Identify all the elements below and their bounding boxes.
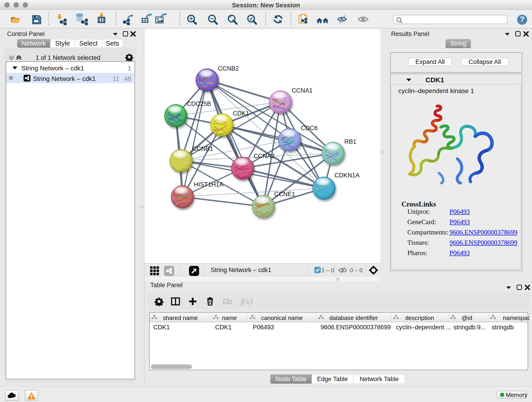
svg-text:CCNA1: CCNA1 [292,87,313,94]
svg-text:CDK1: CDK1 [233,110,249,117]
svg-text:CDKN1A: CDKN1A [335,172,360,179]
svg-text:CCNB1: CCNB1 [192,145,213,152]
svg-text:HIST1H1A: HIST1H1A [194,181,223,188]
svg-text:CCNA2: CCNA2 [254,153,275,160]
svg-text:CCNE1: CCNE1 [274,191,295,198]
svg-text:CCNB2: CCNB2 [218,65,239,72]
svg-text:?: ? [520,15,525,23]
svg-text:CDC6: CDC6 [301,125,318,132]
svg-text:RB1: RB1 [344,138,356,145]
svg-text:CDC25B: CDC25B [187,100,211,107]
